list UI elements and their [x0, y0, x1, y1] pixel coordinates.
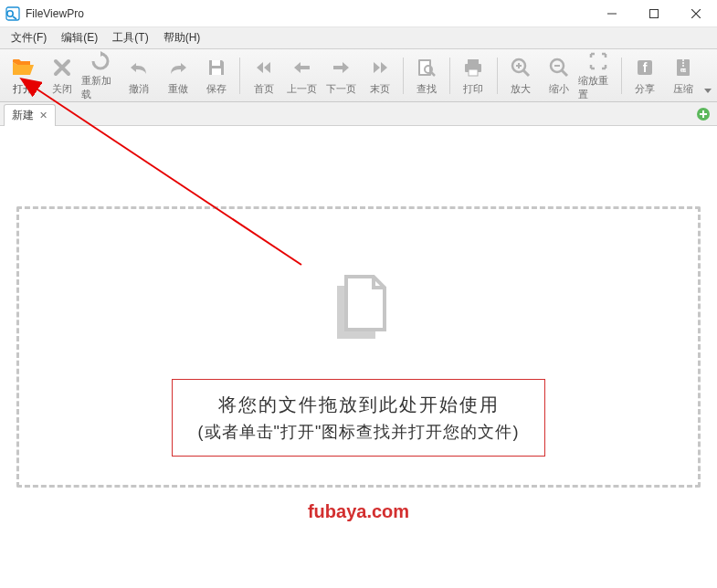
zoom-reset-icon — [585, 50, 611, 72]
zip-button[interactable]: ZIP 压缩 — [664, 52, 702, 100]
prev-label: 上一页 — [287, 82, 317, 96]
first-label: 首页 — [254, 82, 274, 96]
close-label: 关闭 — [52, 82, 72, 96]
add-tab-button[interactable] — [695, 106, 712, 122]
close-button[interactable] — [675, 0, 717, 27]
toolbar: 打开 关闭 重新加载 撤消 重做 保存 首页 — [0, 49, 717, 102]
zoomreset-label: 缩放重置 — [578, 74, 617, 101]
next-icon — [328, 55, 353, 80]
instruction-line2: (或者单击"打开"图标查找并打开您的文件) — [198, 421, 520, 443]
first-page-button[interactable]: 首页 — [244, 52, 282, 100]
reload-label: 重新加载 — [81, 74, 120, 101]
prev-icon — [290, 55, 315, 80]
svg-line-17 — [523, 70, 529, 76]
maximize-button[interactable] — [633, 0, 675, 27]
undo-icon — [126, 55, 152, 80]
redo-label: 重做 — [168, 82, 188, 96]
toolbar-overflow-button[interactable] — [702, 52, 713, 100]
svg-text:ZIP: ZIP — [680, 68, 687, 73]
x-icon — [49, 55, 75, 80]
search-icon — [414, 55, 439, 80]
folder-open-icon — [10, 55, 36, 80]
open-button[interactable]: 打开 — [4, 52, 42, 100]
toolbar-separator — [403, 58, 404, 94]
next-page-button[interactable]: 下一页 — [322, 52, 360, 100]
print-label: 打印 — [463, 82, 483, 96]
document-stack-icon — [313, 262, 405, 353]
watermark-text: fubaya.com — [0, 501, 717, 522]
menu-help[interactable]: 帮助(H) — [156, 27, 208, 48]
drop-zone[interactable]: 将您的文件拖放到此处开始使用 (或者单击"打开"图标查找并打开您的文件) — [16, 206, 701, 488]
undo-label: 撤消 — [129, 82, 149, 96]
save-button[interactable]: 保存 — [197, 52, 236, 100]
svg-rect-7 — [212, 60, 220, 66]
last-icon — [367, 55, 393, 80]
zoom-out-icon — [546, 55, 572, 80]
refresh-icon — [88, 50, 113, 72]
last-page-button[interactable]: 末页 — [360, 52, 398, 100]
find-label: 查找 — [416, 82, 437, 96]
svg-rect-4 — [650, 10, 659, 18]
zoomin-label: 放大 — [511, 82, 531, 96]
redo-button[interactable]: 重做 — [159, 52, 197, 100]
reload-button[interactable]: 重新加载 — [81, 52, 120, 100]
svg-rect-8 — [212, 68, 221, 75]
zoom-in-icon — [508, 55, 533, 80]
zoom-reset-button[interactable]: 缩放重置 — [578, 52, 617, 100]
menu-file[interactable]: 文件(F) — [4, 27, 54, 48]
first-icon — [251, 55, 277, 80]
zoom-out-button[interactable]: 缩小 — [540, 52, 578, 100]
prev-page-button[interactable]: 上一页 — [283, 52, 322, 100]
tab-label: 新建 — [12, 108, 34, 123]
tab-close-icon[interactable]: ✕ — [39, 110, 47, 121]
window-controls — [591, 0, 717, 26]
zip-label: 压缩 — [673, 82, 693, 96]
undo-button[interactable]: 撤消 — [120, 52, 158, 100]
save-label: 保存 — [206, 82, 227, 96]
window-title: FileViewPro — [26, 7, 591, 20]
content-area: 将您的文件拖放到此处开始使用 (或者单击"打开"图标查找并打开您的文件) fub… — [0, 126, 717, 588]
tab-bar: 新建 ✕ — [0, 102, 717, 126]
minimize-button[interactable] — [591, 0, 633, 27]
next-label: 下一页 — [326, 82, 356, 96]
redo-icon — [165, 55, 191, 80]
instruction-box: 将您的文件拖放到此处开始使用 (或者单击"打开"图标查找并打开您的文件) — [172, 379, 546, 457]
menu-bar: 文件(F) 编辑(E) 工具(T) 帮助(H) — [0, 27, 717, 49]
toolbar-separator — [497, 58, 498, 94]
zip-icon: ZIP — [670, 55, 696, 80]
svg-rect-15 — [469, 69, 478, 76]
zoom-in-button[interactable]: 放大 — [501, 52, 540, 100]
zoomout-label: 缩小 — [549, 82, 569, 96]
toolbar-separator — [449, 58, 450, 94]
svg-rect-13 — [468, 59, 479, 64]
last-label: 末页 — [370, 82, 390, 96]
toolbar-separator — [621, 58, 622, 94]
print-icon — [460, 55, 486, 80]
svg-line-12 — [431, 72, 435, 76]
open-label: 打开 — [13, 82, 33, 96]
svg-line-21 — [562, 70, 567, 76]
share-button[interactable]: f 分享 — [626, 52, 664, 100]
title-bar: FileViewPro — [0, 0, 717, 27]
share-label: 分享 — [635, 82, 655, 96]
save-icon — [204, 55, 229, 80]
menu-tools[interactable]: 工具(T) — [105, 27, 155, 48]
toolbar-separator — [239, 58, 240, 94]
share-icon: f — [632, 55, 658, 80]
menu-edit[interactable]: 编辑(E) — [54, 27, 105, 48]
instruction-line1: 将您的文件拖放到此处开始使用 — [198, 393, 520, 417]
find-button[interactable]: 查找 — [407, 52, 446, 100]
tab-new[interactable]: 新建 ✕ — [4, 104, 56, 126]
print-button[interactable]: 打印 — [454, 52, 492, 100]
close-file-button[interactable]: 关闭 — [42, 52, 80, 100]
app-icon — [5, 6, 20, 21]
svg-text:f: f — [643, 60, 648, 75]
